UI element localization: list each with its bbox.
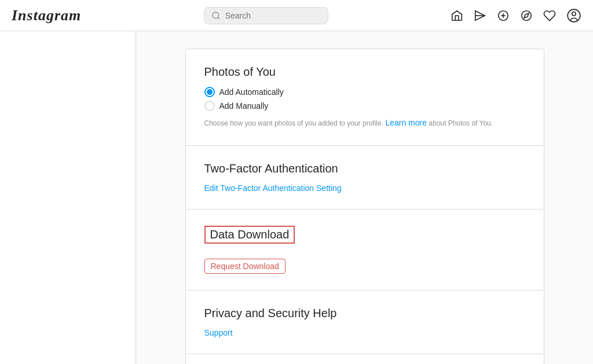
add-automatically-option[interactable]: Add Automatically [204, 87, 525, 97]
main-content: Photos of You Add Automatically Add Manu… [136, 31, 593, 364]
navbar: Instagram [0, 0, 593, 31]
request-download-button[interactable]: Request Download [204, 259, 285, 274]
add-manually-radio[interactable] [204, 101, 215, 111]
search-input[interactable] [225, 11, 321, 20]
svg-point-0 [213, 12, 219, 19]
two-factor-section: Two-Factor Authentication Edit Two-Facto… [186, 146, 544, 209]
support-link[interactable]: Support [204, 328, 233, 337]
explore-icon[interactable] [520, 9, 533, 22]
data-download-section: Data Download Request Download [186, 209, 544, 291]
photos-of-you-title: Photos of You [204, 65, 525, 79]
learn-more-link[interactable]: Learn more [385, 118, 427, 127]
privacy-security-section: Privacy and Security Help Support [186, 291, 544, 354]
mentions-section: Mentions Allow @mentions From [186, 354, 544, 364]
privacy-security-title: Privacy and Security Help [204, 307, 525, 320]
search-bar[interactable] [204, 7, 328, 24]
data-download-title: Data Download [204, 226, 295, 244]
sidebar [0, 31, 136, 364]
page-wrapper: Photos of You Add Automatically Add Manu… [0, 31, 593, 364]
add-automatically-radio[interactable] [204, 87, 215, 97]
add-manually-label: Add Manually [219, 101, 269, 111]
send-icon[interactable] [474, 9, 486, 22]
svg-line-1 [218, 17, 219, 19]
add-automatically-label: Add Automatically [219, 87, 284, 97]
add-manually-option[interactable]: Add Manually [204, 101, 525, 111]
photos-radio-group: Add Automatically Add Manually [204, 87, 525, 111]
two-factor-title: Two-Factor Authentication [204, 162, 525, 175]
svg-point-7 [522, 10, 532, 20]
nav-icons [451, 8, 581, 23]
photos-description: Choose how you want photos of you added … [204, 117, 525, 129]
two-factor-link[interactable]: Edit Two-Factor Authentication Setting [204, 183, 342, 193]
heart-icon[interactable] [543, 9, 556, 22]
instagram-logo: Instagram [12, 7, 81, 24]
settings-panel: Photos of You Add Automatically Add Manu… [185, 49, 544, 364]
svg-marker-8 [524, 13, 529, 18]
home-icon[interactable] [451, 9, 463, 22]
add-icon[interactable] [497, 9, 510, 22]
svg-point-10 [572, 12, 576, 16]
photos-of-you-section: Photos of You Add Automatically Add Manu… [186, 49, 544, 146]
search-icon [211, 11, 221, 20]
profile-icon[interactable] [566, 8, 581, 23]
